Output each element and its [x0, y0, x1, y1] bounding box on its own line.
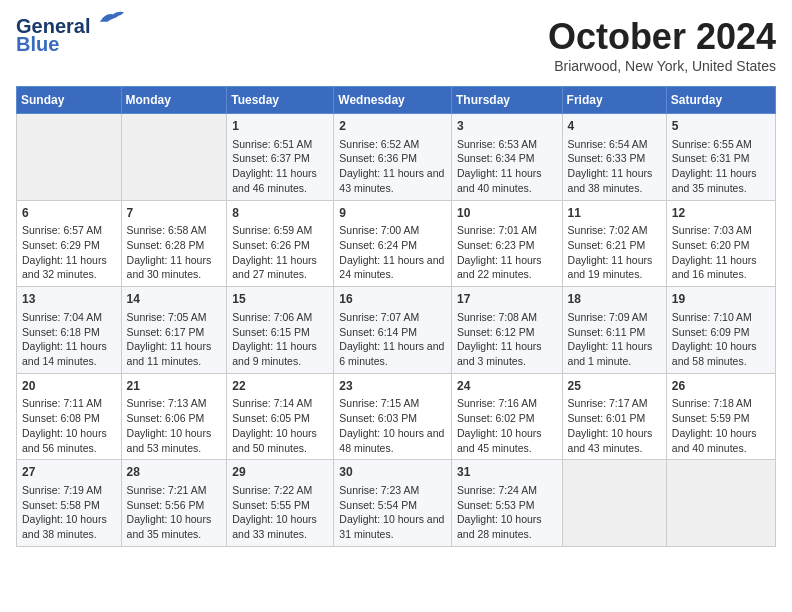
day-info: Sunrise: 7:08 AMSunset: 6:12 PMDaylight:…	[457, 310, 557, 369]
calendar-cell	[562, 460, 666, 547]
logo: General Blue	[16, 16, 126, 54]
calendar-header-row: SundayMondayTuesdayWednesdayThursdayFrid…	[17, 87, 776, 114]
title-section: October 2024 Briarwood, New York, United…	[548, 16, 776, 74]
day-info: Sunrise: 7:24 AMSunset: 5:53 PMDaylight:…	[457, 483, 557, 542]
day-number: 7	[127, 205, 222, 222]
calendar-cell: 22Sunrise: 7:14 AMSunset: 6:05 PMDayligh…	[227, 373, 334, 460]
calendar-cell: 7Sunrise: 6:58 AMSunset: 6:28 PMDaylight…	[121, 200, 227, 287]
day-info: Sunrise: 7:14 AMSunset: 6:05 PMDaylight:…	[232, 396, 328, 455]
header-thursday: Thursday	[451, 87, 562, 114]
calendar-cell: 10Sunrise: 7:01 AMSunset: 6:23 PMDayligh…	[451, 200, 562, 287]
month-title: October 2024	[548, 16, 776, 58]
week-row-5: 27Sunrise: 7:19 AMSunset: 5:58 PMDayligh…	[17, 460, 776, 547]
day-number: 18	[568, 291, 661, 308]
day-info: Sunrise: 7:16 AMSunset: 6:02 PMDaylight:…	[457, 396, 557, 455]
day-number: 28	[127, 464, 222, 481]
header-monday: Monday	[121, 87, 227, 114]
header-saturday: Saturday	[666, 87, 775, 114]
day-info: Sunrise: 7:06 AMSunset: 6:15 PMDaylight:…	[232, 310, 328, 369]
day-info: Sunrise: 7:09 AMSunset: 6:11 PMDaylight:…	[568, 310, 661, 369]
calendar-cell: 29Sunrise: 7:22 AMSunset: 5:55 PMDayligh…	[227, 460, 334, 547]
day-info: Sunrise: 7:23 AMSunset: 5:54 PMDaylight:…	[339, 483, 446, 542]
day-number: 10	[457, 205, 557, 222]
calendar-cell: 28Sunrise: 7:21 AMSunset: 5:56 PMDayligh…	[121, 460, 227, 547]
day-info: Sunrise: 7:17 AMSunset: 6:01 PMDaylight:…	[568, 396, 661, 455]
calendar-cell: 18Sunrise: 7:09 AMSunset: 6:11 PMDayligh…	[562, 287, 666, 374]
calendar-cell: 21Sunrise: 7:13 AMSunset: 6:06 PMDayligh…	[121, 373, 227, 460]
day-number: 5	[672, 118, 770, 135]
calendar-cell: 19Sunrise: 7:10 AMSunset: 6:09 PMDayligh…	[666, 287, 775, 374]
header-friday: Friday	[562, 87, 666, 114]
day-number: 23	[339, 378, 446, 395]
day-info: Sunrise: 7:22 AMSunset: 5:55 PMDaylight:…	[232, 483, 328, 542]
day-info: Sunrise: 7:19 AMSunset: 5:58 PMDaylight:…	[22, 483, 116, 542]
calendar-cell: 24Sunrise: 7:16 AMSunset: 6:02 PMDayligh…	[451, 373, 562, 460]
day-info: Sunrise: 6:59 AMSunset: 6:26 PMDaylight:…	[232, 223, 328, 282]
day-number: 13	[22, 291, 116, 308]
day-info: Sunrise: 7:03 AMSunset: 6:20 PMDaylight:…	[672, 223, 770, 282]
day-number: 1	[232, 118, 328, 135]
header-tuesday: Tuesday	[227, 87, 334, 114]
day-number: 2	[339, 118, 446, 135]
calendar-cell: 25Sunrise: 7:17 AMSunset: 6:01 PMDayligh…	[562, 373, 666, 460]
week-row-2: 6Sunrise: 6:57 AMSunset: 6:29 PMDaylight…	[17, 200, 776, 287]
day-number: 17	[457, 291, 557, 308]
calendar-cell: 12Sunrise: 7:03 AMSunset: 6:20 PMDayligh…	[666, 200, 775, 287]
calendar-cell	[17, 114, 122, 201]
header-sunday: Sunday	[17, 87, 122, 114]
day-info: Sunrise: 7:07 AMSunset: 6:14 PMDaylight:…	[339, 310, 446, 369]
calendar-cell: 26Sunrise: 7:18 AMSunset: 5:59 PMDayligh…	[666, 373, 775, 460]
calendar-cell: 1Sunrise: 6:51 AMSunset: 6:37 PMDaylight…	[227, 114, 334, 201]
calendar-cell: 16Sunrise: 7:07 AMSunset: 6:14 PMDayligh…	[334, 287, 452, 374]
day-info: Sunrise: 7:13 AMSunset: 6:06 PMDaylight:…	[127, 396, 222, 455]
calendar-cell: 2Sunrise: 6:52 AMSunset: 6:36 PMDaylight…	[334, 114, 452, 201]
calendar-table: SundayMondayTuesdayWednesdayThursdayFrid…	[16, 86, 776, 547]
day-info: Sunrise: 7:15 AMSunset: 6:03 PMDaylight:…	[339, 396, 446, 455]
day-number: 16	[339, 291, 446, 308]
day-number: 20	[22, 378, 116, 395]
day-info: Sunrise: 6:52 AMSunset: 6:36 PMDaylight:…	[339, 137, 446, 196]
day-number: 15	[232, 291, 328, 308]
day-number: 4	[568, 118, 661, 135]
day-info: Sunrise: 7:01 AMSunset: 6:23 PMDaylight:…	[457, 223, 557, 282]
calendar-cell: 6Sunrise: 6:57 AMSunset: 6:29 PMDaylight…	[17, 200, 122, 287]
day-info: Sunrise: 6:57 AMSunset: 6:29 PMDaylight:…	[22, 223, 116, 282]
day-number: 19	[672, 291, 770, 308]
calendar-cell: 13Sunrise: 7:04 AMSunset: 6:18 PMDayligh…	[17, 287, 122, 374]
day-number: 9	[339, 205, 446, 222]
day-info: Sunrise: 6:58 AMSunset: 6:28 PMDaylight:…	[127, 223, 222, 282]
calendar-cell: 9Sunrise: 7:00 AMSunset: 6:24 PMDaylight…	[334, 200, 452, 287]
calendar-cell: 11Sunrise: 7:02 AMSunset: 6:21 PMDayligh…	[562, 200, 666, 287]
day-number: 8	[232, 205, 328, 222]
day-number: 22	[232, 378, 328, 395]
calendar-cell: 17Sunrise: 7:08 AMSunset: 6:12 PMDayligh…	[451, 287, 562, 374]
calendar-cell	[121, 114, 227, 201]
day-number: 11	[568, 205, 661, 222]
week-row-4: 20Sunrise: 7:11 AMSunset: 6:08 PMDayligh…	[17, 373, 776, 460]
calendar-cell: 30Sunrise: 7:23 AMSunset: 5:54 PMDayligh…	[334, 460, 452, 547]
day-info: Sunrise: 7:18 AMSunset: 5:59 PMDaylight:…	[672, 396, 770, 455]
day-number: 6	[22, 205, 116, 222]
location: Briarwood, New York, United States	[548, 58, 776, 74]
calendar-cell: 8Sunrise: 6:59 AMSunset: 6:26 PMDaylight…	[227, 200, 334, 287]
page-header: General Blue October 2024 Briarwood, New…	[16, 16, 776, 74]
day-info: Sunrise: 7:04 AMSunset: 6:18 PMDaylight:…	[22, 310, 116, 369]
day-info: Sunrise: 6:51 AMSunset: 6:37 PMDaylight:…	[232, 137, 328, 196]
day-number: 31	[457, 464, 557, 481]
logo-blue: Blue	[16, 34, 59, 54]
calendar-cell: 27Sunrise: 7:19 AMSunset: 5:58 PMDayligh…	[17, 460, 122, 547]
day-number: 21	[127, 378, 222, 395]
calendar-cell: 20Sunrise: 7:11 AMSunset: 6:08 PMDayligh…	[17, 373, 122, 460]
day-info: Sunrise: 6:55 AMSunset: 6:31 PMDaylight:…	[672, 137, 770, 196]
calendar-cell: 15Sunrise: 7:06 AMSunset: 6:15 PMDayligh…	[227, 287, 334, 374]
day-info: Sunrise: 7:05 AMSunset: 6:17 PMDaylight:…	[127, 310, 222, 369]
calendar-cell: 31Sunrise: 7:24 AMSunset: 5:53 PMDayligh…	[451, 460, 562, 547]
day-number: 24	[457, 378, 557, 395]
day-info: Sunrise: 6:54 AMSunset: 6:33 PMDaylight:…	[568, 137, 661, 196]
day-number: 3	[457, 118, 557, 135]
day-number: 26	[672, 378, 770, 395]
week-row-3: 13Sunrise: 7:04 AMSunset: 6:18 PMDayligh…	[17, 287, 776, 374]
day-number: 12	[672, 205, 770, 222]
calendar-cell: 14Sunrise: 7:05 AMSunset: 6:17 PMDayligh…	[121, 287, 227, 374]
calendar-cell: 5Sunrise: 6:55 AMSunset: 6:31 PMDaylight…	[666, 114, 775, 201]
